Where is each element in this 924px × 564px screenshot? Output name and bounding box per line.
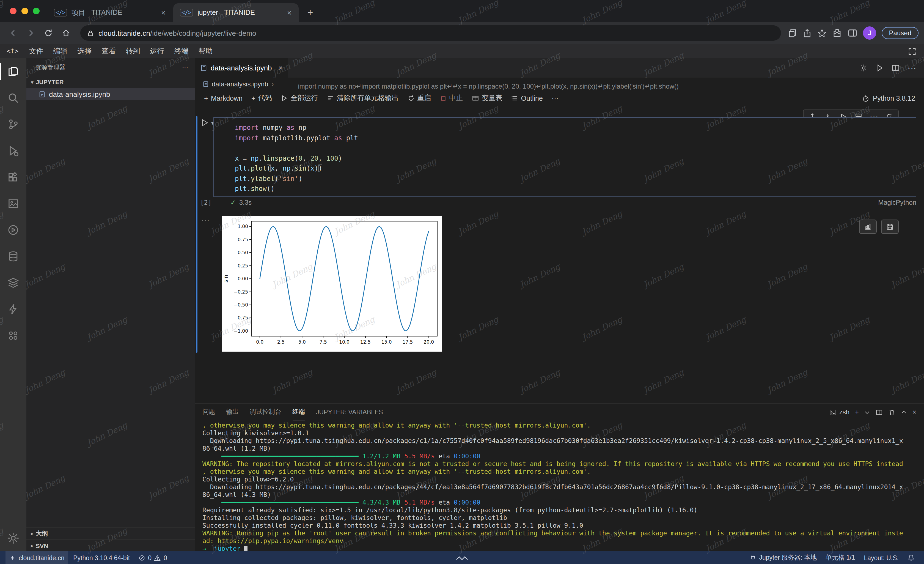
home-icon[interactable] [58,25,74,41]
file-item-notebook[interactable]: data-analysis.ipynb [26,88,195,100]
menu-file[interactable]: 文件 [24,44,48,58]
restart-kernel-button[interactable]: 重启 [404,92,435,105]
reload-icon[interactable] [41,25,56,41]
media-frame-icon[interactable] [0,190,26,217]
kill-terminal-icon[interactable] [888,409,896,416]
new-tab-button[interactable]: + [303,5,318,20]
source-control-icon[interactable] [0,111,26,138]
extensions-puzzle-icon[interactable] [832,28,842,38]
close-editor-tab-icon[interactable]: × [279,64,283,72]
sidebar-section-svn[interactable]: ▸ SVN [26,539,195,551]
sidebar-section-jupyter[interactable]: ▾ JUPYTER [26,76,195,88]
close-window-button[interactable] [10,8,16,14]
database-icon[interactable] [0,243,26,270]
run-editor-icon[interactable] [876,64,884,72]
run-all-button[interactable]: 全部运行 [277,92,322,105]
side-panel-icon[interactable] [848,28,858,38]
forward-icon[interactable] [23,25,39,41]
profile-avatar[interactable]: J [863,26,876,40]
run-cell-button[interactable] [200,118,209,127]
notebook-settings-icon[interactable] [860,64,868,72]
text-line: plt.show() [235,184,916,194]
breadcrumb[interactable]: data-analysis.ipynb › import numpy as np… [195,78,924,91]
keyboard-layout[interactable]: Layout: U.S. [860,551,903,564]
sidebar-section-outline[interactable]: ▸ 大纲 [26,527,195,539]
breadcrumb-separator: › [272,80,274,88]
notifications-bell-icon[interactable] [904,551,918,564]
sync-paused-badge[interactable]: Paused [882,27,918,39]
close-tab-icon[interactable]: × [285,8,293,17]
search-icon[interactable] [0,85,26,111]
share-icon[interactable] [803,29,812,38]
clipboard-icon[interactable] [788,29,797,38]
editor-more-actions-icon[interactable]: ··· [908,63,916,73]
jupyter-server-indicator[interactable]: Jupyter 服务器: 本地 [746,551,820,564]
bookmark-star-icon[interactable] [818,29,827,38]
tab-debug-console[interactable]: 调试控制台 [250,404,281,420]
split-terminal-icon[interactable] [876,409,883,416]
add-code-button[interactable]: +代码 [248,92,276,105]
problems-indicator[interactable]: 0 0 [135,551,171,564]
close-panel-icon[interactable]: × [913,409,916,415]
menu-selection[interactable]: 选择 [72,44,96,58]
terminal-output[interactable]: , otherwise you may silence this warning… [195,420,924,551]
sidebar-more-actions-icon[interactable]: ··· [182,64,188,71]
cell-indicator[interactable]: 单元格 1/1 [822,551,859,564]
lightning-icon[interactable] [0,296,26,322]
remote-indicator[interactable]: cloud.titanide.cn [6,551,68,564]
svg-text:0.25: 0.25 [238,263,248,269]
kernel-picker[interactable]: Python 3.8.12 [862,94,918,102]
apps-grid-icon[interactable] [0,322,26,349]
tab-problems[interactable]: 问题 [202,404,215,420]
svg-text:0.75: 0.75 [238,237,248,242]
cell-code: import numpy as npimport matplotlib.pypl… [214,118,916,194]
text-line: Collecting kiwisolver>=1.0.1 [202,429,924,437]
maximize-panel-chevron-icon[interactable] [901,409,907,415]
new-terminal-icon[interactable]: + [855,409,858,415]
editor-tab-notebook[interactable]: data-analysis.ipynb × [195,58,289,78]
menu-view[interactable]: 查看 [96,44,121,58]
minimize-window-button[interactable] [21,8,28,14]
cell-focus-bar [196,116,198,353]
save-output-icon[interactable] [881,220,899,234]
text-line: plt.plot(x, np.sin(x)) [235,164,916,174]
browser-tab-jupyter[interactable]: </> jupyter - TITANIDE × [173,3,298,22]
layers-icon[interactable] [0,270,26,296]
cell-language-label[interactable]: MagicPython [878,199,916,206]
tab-terminal[interactable]: 终端 [292,404,305,420]
terminal-profile-selector[interactable]: zsh [830,408,849,416]
outline-button[interactable]: Outline [507,93,547,104]
settings-gear-icon[interactable] [0,525,26,551]
browser-tab-project[interactable]: </> 项目 - TITANIDE × [47,3,173,22]
python-interpreter[interactable]: Python 3.10.4 64-bit [69,551,134,564]
breadcrumb-file: data-analysis.ipynb [212,80,268,88]
close-tab-icon[interactable]: × [159,8,167,17]
clear-outputs-button[interactable]: 清除所有单元格输出 [323,92,403,105]
interrupt-button[interactable]: 中止 [436,92,467,105]
run-debug-icon[interactable] [0,138,26,164]
add-markdown-button[interactable]: +Markdown [200,93,246,104]
terminal-dropdown-chevron-icon[interactable] [864,409,870,415]
menu-run[interactable]: 运行 [145,44,169,58]
address-bar[interactable]: cloud.titanide.cn/ide/web/coding/jupyter… [80,25,781,41]
split-editor-icon[interactable] [891,64,900,72]
code-cell[interactable]: import numpy as npimport matplotlib.pypl… [213,117,916,197]
toolbar-more-icon[interactable]: ··· [548,93,562,104]
tab-output[interactable]: 输出 [226,404,239,420]
extensions-icon[interactable] [0,164,26,190]
change-presentation-icon[interactable] [859,220,877,234]
explorer-icon[interactable] [0,58,26,85]
variables-button[interactable]: 变量表 [468,92,506,105]
menu-help[interactable]: 帮助 [194,44,218,58]
menu-go[interactable]: 转到 [121,44,145,58]
restart-icon [408,95,415,102]
fullscreen-icon[interactable] [900,47,924,55]
tab-jupyter-variables[interactable]: JUPYTER: VARIABLES [316,404,383,420]
menu-terminal[interactable]: 终端 [169,44,194,58]
expand-panel-chevrons-icon[interactable] [455,551,469,564]
zoom-window-button[interactable] [33,8,40,14]
output-collapse-dots[interactable]: ··· [201,216,210,224]
back-icon[interactable] [6,25,21,41]
run-circle-icon[interactable] [0,217,26,243]
menu-edit[interactable]: 编辑 [48,44,72,58]
